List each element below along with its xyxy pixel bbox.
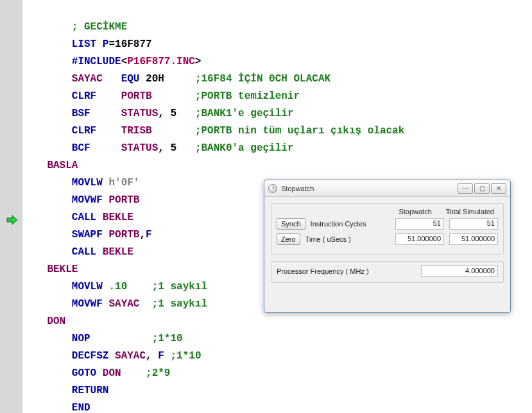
processor-frequency-label: Processor Frequency ( MHz ) — [277, 267, 416, 275]
code-line: DON — [22, 316, 65, 327]
instruction-cycles-total: 51 — [449, 218, 498, 230]
minimize-button[interactable]: — — [458, 183, 473, 194]
stopwatch-title: Stopwatch — [281, 185, 458, 192]
close-button[interactable]: ✕ — [491, 183, 506, 194]
code-line: BSF STATUS, 5 ;BANK1'e geçilir — [22, 108, 294, 119]
code-line: SAYAC EQU 20H ;16F84 İÇİN 0CH OLACAK — [22, 73, 330, 85]
editor-gutter — [0, 0, 22, 413]
time-stopwatch[interactable]: 51.000000 — [395, 233, 444, 245]
code-line: NOP ;1*10 — [22, 333, 183, 344]
stopwatch-body: Stopwatch Total Simulated Synch Instruct… — [264, 197, 510, 296]
stopwatch-icon — [268, 184, 277, 193]
stopwatch-group-freq: Processor Frequency ( MHz ) 4.000000 — [271, 261, 504, 283]
stopwatch-window[interactable]: Stopwatch — ▢ ✕ Stopwatch Total Simulate… — [264, 180, 511, 313]
code-line: CALL BEKLE — [22, 246, 133, 258]
code-line: BASLA — [22, 160, 78, 171]
code-line: END — [22, 402, 90, 413]
code-line: MOVLW .10 ;1 saykıl — [22, 281, 207, 292]
code-line: RETURN — [22, 385, 108, 396]
code-line: SWAPF PORTB,F — [22, 229, 152, 240]
code-line: CLRF TRISB ;PORTB nin tüm uçları çıkış o… — [22, 125, 404, 137]
code-line: CLRF PORTB ;PORTB temizlenir — [22, 90, 300, 102]
instruction-cycles-label: Instruction Cycles — [311, 220, 390, 228]
maximize-button[interactable]: ▢ — [474, 183, 490, 194]
instruction-cycles-stopwatch[interactable]: 51 — [395, 218, 444, 230]
code-line: BCF STATUS, 5 ;BANK0'a geçilir — [22, 142, 294, 154]
synch-button[interactable]: Synch — [277, 218, 305, 230]
stopwatch-titlebar[interactable]: Stopwatch — ▢ ✕ — [264, 180, 510, 197]
header-total-simulated: Total Simulated — [446, 208, 494, 215]
code-line: #INCLUDE<P16F877.INC> — [22, 56, 201, 67]
code-line: DECFSZ SAYAC, F ;1*10 — [22, 350, 202, 362]
time-label: Time ( uSecs ) — [305, 235, 390, 243]
code-line: BEKLE — [22, 264, 78, 275]
header-stopwatch: Stopwatch — [399, 208, 431, 215]
code-line: GOTO DON ;2*9 — [22, 367, 170, 379]
code-line: MOVWF SAYAC ;1 saykıl — [22, 298, 207, 310]
code-line: MOVWF PORTB — [22, 194, 139, 206]
stopwatch-group-main: Stopwatch Total Simulated Synch Instruct… — [271, 203, 504, 255]
code-line: ; GECİKME — [22, 21, 127, 33]
code-line: MOVLW h'0F' — [22, 177, 139, 189]
execution-pointer-icon — [6, 214, 18, 226]
time-total: 51.000000 — [449, 233, 498, 245]
processor-frequency-value[interactable]: 4.000000 — [421, 266, 498, 277]
code-line: LIST P=16F877 — [22, 38, 152, 50]
code-line: CALL BEKLE — [22, 212, 133, 223]
zero-button[interactable]: Zero — [277, 233, 300, 245]
